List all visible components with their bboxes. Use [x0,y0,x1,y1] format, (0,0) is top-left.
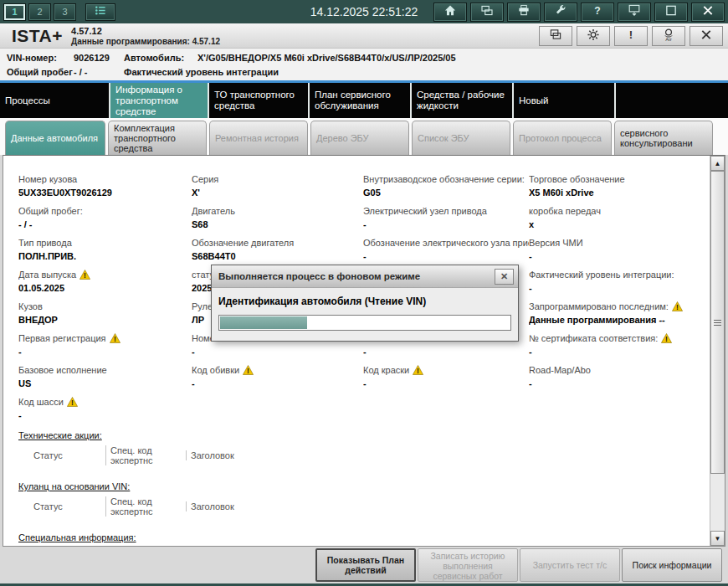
field-label: Road-Map/Abo [529,363,703,375]
subtab-vehicle-equipment[interactable]: Комплектация транспортного средства [108,121,207,155]
close-session-button[interactable] [690,26,723,46]
help-button[interactable]: ? [581,3,614,22]
session-tab-2[interactable]: 2 [28,3,51,21]
mileage-label: Общий пробег [7,67,74,77]
field-label-text: Базовое исполнение [18,365,107,375]
field-label-text: коробка передач [529,206,601,216]
vin-label: VIN-номер: [7,53,74,63]
column-header: Спец. код экспертнс [105,496,186,517]
workshop-view-button[interactable] [470,3,504,22]
home-button[interactable] [433,3,467,22]
svg-text:!: ! [84,271,86,280]
subtab-service-consulting[interactable]: сервисного консультировани [614,121,713,155]
scroll-down-button[interactable]: ▼ [710,531,725,546]
mileage-value: - / - [74,67,124,77]
tab-fluids[interactable]: Средства / рабочие жидкости [412,83,512,118]
sub-tab-label: Дерево ЭБУ [316,133,369,143]
start-vehicle-test-button: Запустить тест т/с [520,548,620,582]
field-label-text: Код шасси [18,397,64,407]
field-label: Кузов [18,300,185,311]
field-value: S68 [192,219,356,229]
sub-tab-label: Список ЭБУ [418,133,469,143]
field-label-text: Кузов [18,301,43,311]
field-label: Обозначение электрического узла прие [363,236,522,248]
main-tab-label: План сервисного обслуживания [315,90,405,111]
field-label-text: Торговое обозначение [529,174,625,184]
scroll-thumb[interactable] [710,171,725,474]
dialog-close-button[interactable]: ✕ [495,269,514,285]
scroll-up-button[interactable]: ▲ [710,156,725,171]
top-toolbar: 123 14.12.2025 22:51:22 ? [0,0,728,23]
field-value: x [529,219,703,229]
session-tab-1[interactable]: 1 [3,3,26,21]
info-sections: Технические акции:СтатусСпец. код экспер… [18,430,710,542]
scroll-grip-icon [714,322,721,323]
field-label: Электрический узел привода [363,204,522,216]
section: Технические акции:СтатусСпец. код экспер… [18,430,710,461]
app-version: 4.57.12 [71,26,220,36]
maximize-icon [664,4,678,19]
content-frame: Номер кузова5UX33EU0XT9026129СерияX'Внут… [3,155,725,547]
close-icon [700,28,713,44]
warning-icon: ! [243,365,254,375]
warning-icon: ! [413,365,423,375]
vehicle-label: Автомобиль: [124,53,197,63]
field-label-text: Запрограммировано последним: [529,301,669,311]
field-label-text: Версия ЧМИ [529,238,583,248]
section-header-row: СтатусСпец. код экспертнсЗаголовок [32,500,710,512]
field: Электрический узел привода- [363,204,529,236]
field: ДвигательS68 [192,204,363,236]
scrollbar[interactable]: ▲ ▼ [710,156,725,546]
session-tab-3[interactable]: 3 [54,3,76,21]
gear-icon [587,28,600,44]
vehicle-data-panel: Номер кузова5UX33EU0XT9026129СерияX'Внут… [3,156,710,546]
field-value: - [192,378,356,388]
field: Первая регистрация!- [18,332,192,363]
field: Тип приводаПОЛН.ПРИВ. [18,236,192,268]
field-label-text: Номер кузова [18,174,77,184]
tools-button[interactable] [544,3,577,22]
tab-service-plan[interactable]: План сервисного обслуживания [310,83,410,118]
field-label-text: Дата выпуска [18,270,76,280]
field-label [363,395,522,407]
tab-new[interactable]: Новый [514,83,614,118]
session-tabs: 123 [3,3,76,21]
sub-tab-label: сервисного консультировани [620,128,707,148]
field-value: G05 [363,188,522,198]
maximize-button[interactable] [654,3,688,22]
field-label-text: Внутризаводское обозначение серии: [363,174,525,184]
field-value: - [363,378,522,388]
subtab-ecu-tree: Дерево ЭБУ [310,121,409,155]
window-close-button[interactable] [691,3,725,22]
field-value: - [192,347,356,357]
field: Обозначение электрического узла прие- [363,236,529,268]
svg-text:!: ! [71,398,74,407]
tab-vehicle-information[interactable]: Информация о транспортном средстве [110,83,208,118]
print-button[interactable] [507,3,541,22]
search-information-button[interactable]: Поиск информации [622,548,722,582]
monitors-icon [480,4,494,19]
warning-icon: ! [661,333,672,343]
export-button[interactable] [618,3,651,22]
field-label: Серия [192,172,356,184]
alerts-button[interactable]: ! [614,26,648,46]
field: Номер кузова5UX33EU0XT9026129 [18,172,192,204]
programming-data-label: Данные программирования: [71,37,190,46]
field-label: Первая регистрация! [18,332,185,343]
vin-line-1: VIN-номер: 9026129 Автомобиль: X'/G05/ВН… [7,50,728,64]
field-value: - [363,251,522,261]
svg-text:!: ! [247,367,249,375]
subtab-vehicle-data[interactable]: Данные автомобиля [5,121,105,155]
field-value: S68B44T0 [192,251,356,261]
field [192,395,363,427]
tab-processes[interactable]: Процессы [0,83,109,118]
field: Road-Map/Abo- [529,363,710,395]
cascade-button[interactable] [539,26,572,46]
close-icon [701,4,715,19]
field: Код краски!- [363,363,529,395]
show-action-plan-button[interactable]: Показывать План действий [315,548,416,582]
settings-button[interactable] [577,26,610,46]
tab-vehicle-maintenance[interactable]: ТО транспортного средства [209,83,308,118]
airbag-button[interactable]: Air [652,26,685,46]
session-list-button[interactable] [85,3,115,21]
